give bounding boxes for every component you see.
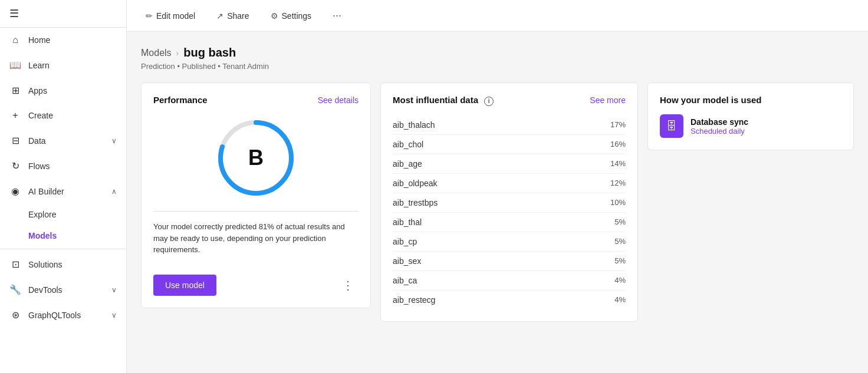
data-pct-label: 4%	[614, 276, 626, 285]
grade-label: B	[248, 146, 264, 170]
chevron-down-icon: ∨	[111, 311, 117, 319]
sidebar-item-ai-builder[interactable]: ◉ AI Builder ∧	[0, 179, 126, 204]
data-name-label: aib_thalach	[393, 120, 435, 130]
sidebar-item-label: GraphQLTools	[28, 311, 81, 320]
breadcrumb-parent[interactable]: Models	[141, 48, 172, 58]
influential-card-header: Most influential data i See more	[393, 95, 626, 106]
data-row: aib_cp5%	[393, 232, 626, 252]
data-row: aib_oldpeak12%	[393, 174, 626, 193]
data-pct-label: 5%	[614, 237, 626, 246]
data-name-label: aib_oldpeak	[393, 179, 438, 188]
data-row: aib_chol16%	[393, 135, 626, 154]
use-model-button[interactable]: Use model	[153, 275, 216, 296]
breadcrumb-current: bug bash	[183, 46, 236, 60]
data-pct-label: 16%	[610, 140, 626, 148]
edit-icon: ✏	[146, 11, 153, 21]
data-pct-label: 14%	[610, 159, 626, 168]
data-row: aib_restecg4%	[393, 291, 626, 309]
apps-icon: ⊞	[9, 85, 21, 96]
sidebar-item-label: Solutions	[28, 260, 63, 269]
flows-icon: ↻	[9, 160, 21, 171]
see-more-link[interactable]: See more	[590, 95, 626, 105]
sidebar-item-explore[interactable]: Explore	[0, 204, 126, 225]
sidebar-item-devtools[interactable]: 🔧 DevTools ∨	[0, 277, 126, 302]
data-name-label: aib_sex	[393, 256, 421, 266]
learn-icon: 📖	[9, 60, 21, 71]
ai-builder-icon: ◉	[9, 186, 21, 197]
page-meta: Prediction • Published • Tenant Admin	[141, 62, 854, 71]
performance-description: Your model correctly predicted 81% of ac…	[153, 211, 359, 265]
chevron-up-icon: ∧	[111, 187, 117, 196]
db-icon-symbol: 🗄	[666, 120, 677, 133]
sidebar: ☰ ⌂ Home 📖 Learn ⊞ Apps + Create ⊟ Data …	[0, 0, 127, 373]
data-pct-label: 4%	[614, 295, 626, 304]
sidebar-item-apps[interactable]: ⊞ Apps	[0, 78, 126, 103]
more-actions-button[interactable]: ⋮	[337, 276, 359, 295]
performance-chart: B	[153, 117, 359, 199]
performance-card: Performance See details B Your model cor…	[141, 82, 371, 308]
data-pct-label: 12%	[610, 179, 626, 187]
hamburger-icon[interactable]: ☰	[9, 8, 19, 19]
model-used-item-sub: Scheduled daily	[691, 127, 748, 136]
chevron-down-icon: ∨	[111, 137, 117, 145]
sidebar-item-home[interactable]: ⌂ Home	[0, 28, 126, 52]
data-name-label: aib_cp	[393, 237, 417, 246]
sidebar-item-label: Data	[28, 136, 46, 146]
data-icon: ⊟	[9, 135, 21, 146]
page-meta-text: Prediction • Published • Tenant Admin	[141, 62, 269, 71]
model-used-card: How your model is used 🗄 Database sync S…	[647, 82, 854, 150]
model-used-item-name: Database sync	[691, 117, 748, 127]
settings-label: Settings	[282, 11, 312, 21]
sidebar-item-graphqltools[interactable]: ⊛ GraphQLTools ∨	[0, 302, 126, 328]
database-icon: 🗄	[660, 114, 683, 138]
cards-row: Performance See details B Your model cor…	[141, 82, 854, 322]
sidebar-item-label: DevTools	[28, 285, 63, 295]
sidebar-item-label: Learn	[28, 61, 50, 70]
performance-title: Performance	[153, 95, 208, 105]
data-row: aib_sex5%	[393, 252, 626, 271]
data-row: aib_thalach17%	[393, 115, 626, 135]
main-content: ✏ Edit model ↗ Share ⚙ Settings ··· Mode…	[127, 0, 868, 373]
sidebar-item-label: Home	[28, 35, 50, 45]
data-name-label: aib_chol	[393, 140, 423, 149]
data-pct-label: 10%	[610, 198, 626, 207]
model-used-text: Database sync Scheduled daily	[691, 117, 748, 136]
share-label: Share	[227, 11, 249, 21]
sidebar-item-learn[interactable]: 📖 Learn	[0, 52, 126, 78]
model-used-title: How your model is used	[660, 95, 762, 105]
sidebar-item-models[interactable]: Models	[0, 225, 126, 246]
data-pct-label: 5%	[614, 217, 626, 226]
data-name-label: aib_ca	[393, 276, 417, 285]
data-name-label: aib_thal	[393, 217, 422, 227]
sidebar-item-flows[interactable]: ↻ Flows	[0, 153, 126, 179]
sidebar-item-data[interactable]: ⊟ Data ∨	[0, 128, 126, 153]
influential-data-card: Most influential data i See more aib_tha…	[380, 82, 638, 322]
sidebar-top: ☰	[0, 0, 126, 28]
more-options-button[interactable]: ···	[328, 7, 346, 24]
solutions-icon: ⊡	[9, 259, 21, 270]
create-icon: +	[9, 110, 21, 121]
share-button[interactable]: ↗ Share	[212, 9, 254, 23]
performance-card-footer: Use model ⋮	[153, 275, 359, 296]
data-row: aib_trestbps10%	[393, 193, 626, 213]
data-pct-label: 17%	[610, 120, 626, 129]
home-icon: ⌂	[9, 35, 21, 45]
models-label: Models	[28, 231, 57, 240]
data-name-label: aib_age	[393, 159, 422, 169]
settings-button[interactable]: ⚙ Settings	[266, 9, 317, 23]
devtools-icon: 🔧	[9, 284, 21, 295]
data-name-label: aib_trestbps	[393, 198, 438, 207]
edit-model-button[interactable]: ✏ Edit model	[141, 9, 200, 23]
gear-icon: ⚙	[271, 11, 278, 21]
influential-data-list: aib_thalach17%aib_chol16%aib_age14%aib_o…	[393, 115, 626, 309]
info-icon[interactable]: i	[484, 97, 494, 106]
sidebar-item-solutions[interactable]: ⊡ Solutions	[0, 252, 126, 277]
sidebar-divider	[0, 249, 126, 249]
sidebar-item-label: Apps	[28, 86, 47, 95]
see-details-link[interactable]: See details	[318, 95, 359, 105]
data-row: aib_ca4%	[393, 271, 626, 291]
performance-card-header: Performance See details	[153, 95, 359, 105]
sidebar-item-create[interactable]: + Create	[0, 103, 126, 128]
grade-circle: B	[215, 117, 297, 199]
data-name-label: aib_restecg	[393, 295, 435, 305]
